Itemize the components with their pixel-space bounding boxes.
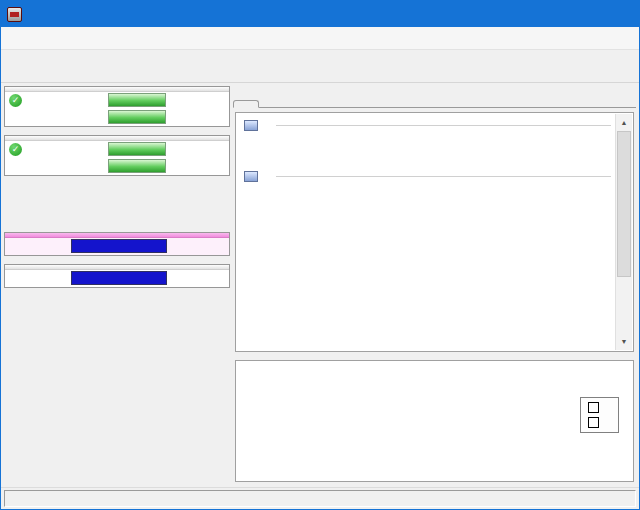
free-space-value [72, 240, 138, 252]
minimize-button[interactable] [531, 1, 567, 27]
maximize-button[interactable] [567, 1, 603, 27]
legend-row-free [588, 402, 611, 413]
health-ok-icon: ✓ [9, 143, 22, 156]
titlebar [1, 1, 639, 27]
report-icon[interactable] [36, 53, 63, 80]
about-icon[interactable] [390, 53, 417, 80]
tab-disk-partitions[interactable] [233, 100, 259, 108]
menu-file[interactable] [3, 27, 21, 49]
pie-top [328, 385, 480, 461]
disk-panel-0[interactable]: ✓ [4, 86, 230, 127]
partition-icon [244, 171, 258, 182]
menubar [1, 27, 639, 50]
world-icon[interactable] [311, 53, 338, 80]
section-header-partition-info [242, 117, 611, 134]
sidebar-gap [4, 184, 230, 232]
scrollbar-thumb[interactable] [617, 131, 631, 277]
usage-bar [71, 239, 167, 253]
menu-configuration[interactable] [75, 27, 93, 49]
temperature-meter [108, 110, 166, 124]
temperature-row [5, 158, 229, 175]
partition-info-box: ▲ ▼ [235, 112, 634, 352]
usage-pie-chart [328, 385, 480, 481]
scroll-up-icon[interactable]: ▲ [616, 114, 632, 131]
info-row [242, 158, 611, 161]
usage-bar [71, 271, 167, 285]
disk-sidebar: ✓ ✓ [4, 86, 230, 484]
menu-report[interactable] [57, 27, 75, 49]
vertical-scrollbar[interactable]: ▲ ▼ [615, 114, 632, 350]
health-meter [108, 93, 166, 107]
chart-legend [580, 397, 619, 433]
menu-disk[interactable] [21, 27, 39, 49]
status-text [4, 490, 636, 507]
menu-help[interactable] [93, 27, 111, 49]
temperature-meter [108, 159, 166, 173]
app-icon [7, 7, 22, 22]
health-row: ✓ [5, 92, 229, 109]
details-icon[interactable] [66, 53, 93, 80]
app-window: ✓ ✓ [0, 0, 640, 510]
content-area: ✓ ✓ [1, 83, 639, 487]
partition-panel-f[interactable] [4, 264, 230, 288]
tabstrip [233, 86, 636, 107]
help-icon[interactable] [360, 53, 387, 80]
health-meter [108, 142, 166, 156]
section-header-volume-info [242, 168, 611, 185]
free-space-value [72, 272, 138, 284]
statusbar [1, 487, 639, 509]
close-button[interactable] [603, 1, 639, 27]
main-panel: ▲ ▼ [233, 86, 636, 484]
settings-icon[interactable] [281, 53, 308, 80]
health-ok-icon: ✓ [9, 94, 22, 107]
free-space-row [5, 270, 229, 287]
temperature-row [5, 109, 229, 126]
free-space-row [5, 238, 229, 255]
partition-panel-c[interactable] [4, 232, 230, 256]
usage-chart-box [235, 360, 634, 482]
used-color-swatch [588, 417, 599, 428]
scroll-down-icon[interactable]: ▼ [616, 333, 632, 350]
smart-icon[interactable] [126, 53, 153, 80]
info-row [242, 191, 611, 194]
menu-view[interactable] [39, 27, 57, 49]
health-row: ✓ [5, 141, 229, 158]
toolbar [1, 50, 639, 83]
disk-overview-icon[interactable] [6, 53, 33, 80]
free-color-swatch [588, 402, 599, 413]
tab-page: ▲ ▼ [233, 107, 636, 484]
partition-icon [244, 120, 258, 131]
legend-row-used [588, 417, 611, 428]
surface-test-icon[interactable] [156, 53, 183, 80]
temperature-icon[interactable] [96, 53, 123, 80]
disk-panel-1[interactable]: ✓ [4, 135, 230, 176]
window-controls [531, 1, 639, 27]
